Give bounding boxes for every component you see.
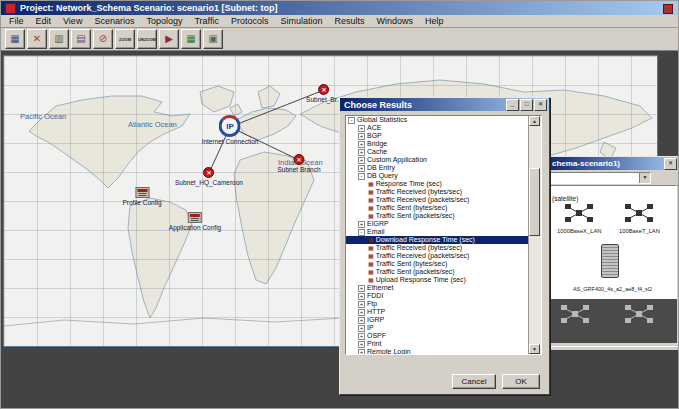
tree-item-download-response-time-sec[interactable]: ▦Download Response Time (sec)	[346, 236, 529, 244]
node-subnet-hq-cameroon[interactable]: ✕Subnet_HQ_Cameroon	[175, 167, 243, 186]
tree-item-traffic-received-bytes-sec[interactable]: ▦Traffic Received (bytes/sec)	[346, 244, 529, 252]
menu-help[interactable]: Help	[419, 15, 450, 28]
node-subnet-branch[interactable]: ✕Subnet Branch	[277, 154, 320, 173]
node-profile-config[interactable]: Profile Config	[122, 187, 161, 206]
tree-item-traffic-received-packets-sec[interactable]: ▦Traffic Received (packets/sec)	[346, 196, 529, 204]
expand-icon[interactable]: +	[358, 349, 365, 355]
node-application-config[interactable]: Application Config	[169, 212, 221, 231]
device-node-icon[interactable]	[560, 305, 590, 327]
object-palette-button[interactable]: ▥	[49, 29, 69, 49]
palette-item-100baset-lan[interactable]: 100BaseT_LAN	[619, 204, 660, 234]
tree-item-remote-login[interactable]: +Remote Login	[346, 348, 529, 354]
tree-item-ftp[interactable]: +Ftp	[346, 300, 529, 308]
zoom-button[interactable]: ZOOM	[115, 29, 135, 49]
expand-icon[interactable]: +	[358, 165, 365, 172]
menu-scenarios[interactable]: Scenarios	[88, 15, 140, 28]
palette-bottom-edge	[547, 346, 679, 351]
maximize-button[interactable]: □	[520, 99, 533, 111]
create-link-button[interactable]: ✕	[27, 29, 47, 49]
unzoom-button[interactable]: UNZOOM	[137, 29, 157, 49]
scroll-down-icon[interactable]: ▼	[529, 344, 540, 354]
menu-topology[interactable]: Topology	[140, 15, 188, 28]
tree-item-ace[interactable]: +ACE	[346, 124, 529, 132]
tree-item-traffic-sent-packets-sec[interactable]: ▦Traffic Sent (packets/sec)	[346, 268, 529, 276]
traffic-config-button[interactable]: ▤	[71, 29, 91, 49]
menu-simulation[interactable]: Simulation	[275, 15, 329, 28]
collapse-icon[interactable]: -	[358, 173, 365, 180]
palette-titlebar[interactable]: chema-scenario1) ✕	[546, 157, 679, 170]
tree-label: Custom Application	[367, 156, 427, 164]
tree-item-traffic-sent-bytes-sec[interactable]: ▦Traffic Sent (bytes/sec)	[346, 260, 529, 268]
create-link-icon: ✕	[33, 34, 41, 44]
device-node-icon[interactable]	[624, 305, 654, 327]
titlebar-badge	[663, 4, 673, 14]
expand-icon[interactable]: +	[358, 285, 365, 292]
minimize-button[interactable]: _	[506, 99, 519, 111]
tree-item-global-statistics[interactable]: -Global Statistics	[346, 116, 529, 124]
tree-item-traffic-received-packets-sec[interactable]: ▦Traffic Received (packets/sec)	[346, 252, 529, 260]
expand-icon[interactable]: +	[358, 221, 365, 228]
palette-model-dropdown[interactable]: ▼	[549, 172, 651, 184]
tree-item-eigrp[interactable]: +EIGRP	[346, 220, 529, 228]
view-results-button[interactable]: ▦	[181, 29, 201, 49]
tree-item-ip[interactable]: +IP	[346, 324, 529, 332]
expand-icon[interactable]: +	[358, 333, 365, 340]
cancel-button[interactable]: Cancel	[452, 374, 496, 389]
menu-file[interactable]: File	[3, 15, 30, 28]
tree-item-igrp[interactable]: +IGRP	[346, 316, 529, 324]
tree-item-db-query[interactable]: -DB Query	[346, 172, 529, 180]
tree-item-db-entry[interactable]: +DB Entry	[346, 164, 529, 172]
open-subnet-button[interactable]: ▦	[5, 29, 25, 49]
ok-button[interactable]: OK	[502, 374, 540, 389]
tree-item-print[interactable]: +Print	[346, 340, 529, 348]
fail-link-button[interactable]: ⊘	[93, 29, 113, 49]
tree-item-traffic-sent-bytes-sec[interactable]: ▦Traffic Sent (bytes/sec)	[346, 204, 529, 212]
palette-item-as-grf400[interactable]	[601, 244, 619, 278]
menu-traffic[interactable]: Traffic	[188, 15, 225, 28]
expand-icon[interactable]: +	[358, 325, 365, 332]
palette-item-1000basex-lan[interactable]: 1000BaseX_LAN	[557, 204, 601, 234]
scrollbar-thumb[interactable]	[529, 168, 540, 236]
menu-view[interactable]: View	[57, 15, 88, 28]
palette-close-button[interactable]: ✕	[664, 158, 677, 170]
scroll-up-icon[interactable]: ▲	[529, 116, 540, 126]
tree-item-email[interactable]: -Email	[346, 228, 529, 236]
expand-icon[interactable]: +	[358, 125, 365, 132]
menu-results[interactable]: Results	[329, 15, 371, 28]
expand-icon[interactable]: +	[358, 149, 365, 156]
tree-item-custom-application[interactable]: +Custom Application	[346, 156, 529, 164]
node-subnet-br[interactable]: ✕Subnet_Br...	[306, 84, 342, 103]
expand-icon[interactable]: +	[358, 293, 365, 300]
menu-windows[interactable]: Windows	[371, 15, 420, 28]
collapse-icon[interactable]: -	[358, 229, 365, 236]
tree-item-bgp[interactable]: +BGP	[346, 132, 529, 140]
tree-item-bridge[interactable]: +Bridge	[346, 140, 529, 148]
menu-protocols[interactable]: Protocols	[225, 15, 275, 28]
tree-item-upload-response-time-sec[interactable]: ▦Upload Response Time (sec)	[346, 276, 529, 284]
tree-item-http[interactable]: +HTTP	[346, 308, 529, 316]
node-internet-connection[interactable]: IPInternet Connection	[202, 115, 259, 145]
tree-label: Traffic Received (packets/sec)	[376, 196, 470, 204]
title-bar[interactable]: Project: Network_Schema Scenario: scenar…	[1, 1, 678, 15]
web-report-button[interactable]: ▣	[203, 29, 223, 49]
expand-icon[interactable]: +	[358, 317, 365, 324]
tree-item-ethernet[interactable]: +Ethernet	[346, 284, 529, 292]
close-button[interactable]: ✕	[534, 99, 547, 111]
tree-item-ospf[interactable]: +OSPF	[346, 332, 529, 340]
tree-item-traffic-sent-packets-sec[interactable]: ▦Traffic Sent (packets/sec)	[346, 212, 529, 220]
expand-icon[interactable]: +	[358, 133, 365, 140]
run-simulation-button[interactable]: ▶	[159, 29, 179, 49]
tree-item-fddi[interactable]: +FDDI	[346, 292, 529, 300]
tree-item-response-time-sec[interactable]: ▦Response Time (sec)	[346, 180, 529, 188]
tree-item-traffic-received-bytes-sec[interactable]: ▦Traffic Received (bytes/sec)	[346, 188, 529, 196]
menu-edit[interactable]: Edit	[30, 15, 58, 28]
collapse-icon[interactable]: -	[348, 117, 355, 124]
dialog-titlebar[interactable]: Choose Results _ □ ✕	[340, 98, 549, 111]
expand-icon[interactable]: +	[358, 141, 365, 148]
tree-scrollbar[interactable]: ▲ ▼	[528, 116, 541, 354]
expand-icon[interactable]: +	[358, 157, 365, 164]
expand-icon[interactable]: +	[358, 341, 365, 348]
expand-icon[interactable]: +	[358, 309, 365, 316]
tree-item-cache[interactable]: +Cache	[346, 148, 529, 156]
expand-icon[interactable]: +	[358, 301, 365, 308]
